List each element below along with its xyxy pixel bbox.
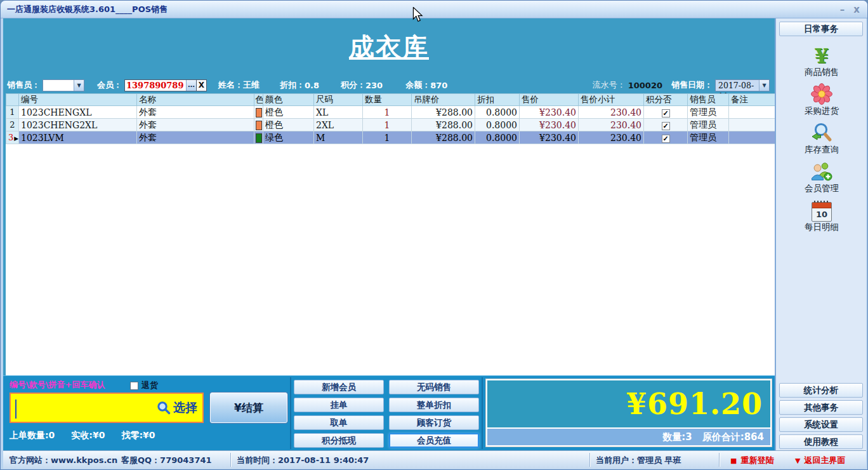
close-icon[interactable]: x: [853, 1, 860, 18]
item-tag-price[interactable]: ¥288.00: [412, 119, 475, 131]
item-size[interactable]: M: [314, 131, 363, 144]
col-header-note[interactable]: 备注: [729, 94, 775, 106]
current-time: 当前时间：2017-08-11 9:40:47: [237, 455, 369, 466]
discount-value: 0.8: [305, 81, 319, 90]
item-qty[interactable]: 1: [363, 131, 412, 144]
chevron-down-icon[interactable]: ▼: [74, 80, 84, 91]
salesperson-select[interactable]: ▼: [43, 79, 84, 91]
item-color[interactable]: 橙色: [263, 119, 314, 131]
sidebar-item-purchase[interactable]: 采购进货: [805, 77, 839, 116]
col-header-tag-price[interactable]: 吊牌价: [412, 94, 475, 106]
sidebar: 日常事务 ¥ 商品销售: [775, 18, 866, 450]
item-subtotal[interactable]: 230.40: [579, 119, 644, 131]
table-header-row: 编号 名称 色 颜色 尺码 数量 吊牌价 折扣 售价 售价小计 积分否 销售员 …: [6, 94, 775, 106]
item-price[interactable]: ¥230.40: [520, 119, 579, 131]
select-item-label: 选择: [173, 399, 197, 416]
table-row-selected[interactable]: 3▶ 1023LVM 外套 绿色 M 1 ¥288.00 0.8000 ¥230…: [6, 131, 775, 144]
col-header-swatch[interactable]: 色: [254, 94, 263, 106]
system-settings-button[interactable]: 系统设置: [779, 417, 863, 432]
customer-order-button[interactable]: 顾客订货: [389, 415, 479, 430]
sidebar-item-daily-detail[interactable]: 10 每日明细: [805, 194, 839, 232]
col-header-color[interactable]: 颜色: [263, 94, 314, 106]
item-color[interactable]: 绿色: [263, 131, 314, 144]
col-header-size[interactable]: 尺码: [314, 94, 363, 106]
item-tag-price[interactable]: ¥288.00: [412, 106, 475, 119]
received-amount: 实收:¥0: [71, 430, 105, 441]
item-tag-price[interactable]: ¥288.00: [412, 131, 475, 144]
item-note[interactable]: [729, 106, 775, 119]
col-header-num[interactable]: [6, 94, 19, 106]
item-note[interactable]: [729, 119, 775, 131]
table-row[interactable]: 1 1023CHENGXL 外套 橙色 XL 1 ¥288.00 0.8000 …: [6, 106, 775, 119]
item-size[interactable]: 2XL: [314, 119, 363, 131]
sale-date-value[interactable]: 2017-08-11: [716, 80, 759, 91]
sidebar-item-stock-query[interactable]: 库存查询: [805, 116, 839, 155]
member-number-value[interactable]: 1397890789: [125, 80, 186, 91]
relogin-button[interactable]: ■重新登陆: [730, 455, 773, 466]
item-name[interactable]: 外套: [137, 106, 254, 119]
item-name[interactable]: 外套: [137, 131, 254, 144]
col-header-price[interactable]: 售价: [520, 94, 579, 106]
title-bar[interactable]: 一店通服装店收银系统3.601____POS销售 – x: [1, 1, 868, 18]
item-discount[interactable]: 0.8000: [475, 131, 520, 144]
yen-icon: ¥: [815, 45, 829, 67]
other-affairs-button[interactable]: 其他事务: [779, 400, 863, 415]
item-subtotal[interactable]: 230.40: [579, 106, 644, 119]
no-barcode-sale-button[interactable]: 无码销售: [389, 380, 479, 394]
item-code[interactable]: 1023CHENGXL: [19, 106, 137, 119]
barcode-input[interactable]: 选择: [10, 393, 204, 423]
use-points-checkbox[interactable]: ✓: [662, 109, 670, 117]
checkbox-icon[interactable]: [130, 382, 138, 390]
item-price[interactable]: ¥230.40: [520, 131, 579, 144]
item-note[interactable]: [729, 131, 775, 144]
statusbar-divider: [589, 453, 590, 467]
item-price[interactable]: ¥230.40: [520, 106, 579, 119]
retrieve-order-button[interactable]: 取单: [294, 415, 384, 430]
flower-icon: [810, 83, 833, 105]
item-color[interactable]: 橙色: [263, 106, 314, 119]
tutorial-button[interactable]: 使用教程: [779, 434, 863, 449]
checkout-button[interactable]: ¥结算: [210, 393, 287, 423]
col-header-discount[interactable]: 折扣: [475, 94, 520, 106]
item-code[interactable]: 1023CHENG2XL: [19, 119, 137, 131]
col-header-code[interactable]: 编号: [19, 94, 137, 106]
back-to-main-button[interactable]: ▼返回主界面: [795, 455, 845, 466]
sale-date-select[interactable]: 2017-08-11 ▼: [715, 79, 770, 91]
item-code[interactable]: 1023LVM: [19, 131, 137, 144]
item-subtotal[interactable]: 230.40: [579, 131, 644, 144]
col-header-qty[interactable]: 数量: [363, 94, 412, 106]
sidebar-item-goods-sale[interactable]: ¥ 商品销售: [805, 39, 839, 77]
sidebar-item-member-management[interactable]: 会员管理: [805, 155, 839, 194]
item-name[interactable]: 外套: [137, 119, 254, 131]
add-member-button[interactable]: 新增会员: [294, 380, 384, 394]
member-clear-button[interactable]: X: [196, 80, 206, 91]
daily-affairs-button[interactable]: 日常事务: [779, 22, 863, 36]
item-seller[interactable]: 管理员: [688, 106, 729, 119]
item-seller[interactable]: 管理员: [688, 119, 729, 131]
hold-order-button[interactable]: 挂单: [294, 398, 384, 412]
member-number-field[interactable]: 1397890789 … X: [124, 79, 207, 91]
minimize-icon[interactable]: –: [840, 1, 845, 18]
select-item-button[interactable]: 选择: [157, 399, 197, 416]
statistics-button[interactable]: 统计分析: [779, 383, 863, 398]
whole-order-discount-button[interactable]: 整单折扣: [389, 398, 479, 412]
item-discount[interactable]: 0.8000: [475, 106, 520, 119]
col-header-use-points[interactable]: 积分否: [644, 94, 688, 106]
return-goods-checkbox[interactable]: 退货: [130, 380, 158, 391]
points-redeem-button[interactable]: 积分抵现: [294, 433, 384, 448]
chevron-down-icon[interactable]: ▼: [759, 80, 769, 91]
item-discount[interactable]: 0.8000: [475, 119, 520, 131]
item-size[interactable]: XL: [314, 106, 363, 119]
color-swatch: [256, 108, 262, 117]
col-header-name[interactable]: 名称: [137, 94, 254, 106]
item-seller[interactable]: 管理员: [688, 131, 729, 144]
col-header-subtotal[interactable]: 售价小计: [579, 94, 644, 106]
member-lookup-button[interactable]: …: [186, 80, 196, 91]
use-points-checkbox[interactable]: ✓: [662, 135, 670, 143]
col-header-seller[interactable]: 销售员: [688, 94, 729, 106]
member-recharge-button[interactable]: 会员充值: [389, 433, 479, 448]
item-qty[interactable]: 1: [363, 119, 412, 131]
item-qty[interactable]: 1: [363, 106, 412, 119]
use-points-checkbox[interactable]: ✓: [662, 122, 670, 130]
table-row[interactable]: 2 1023CHENG2XL 外套 橙色 2XL 1 ¥288.00 0.800…: [6, 119, 775, 131]
